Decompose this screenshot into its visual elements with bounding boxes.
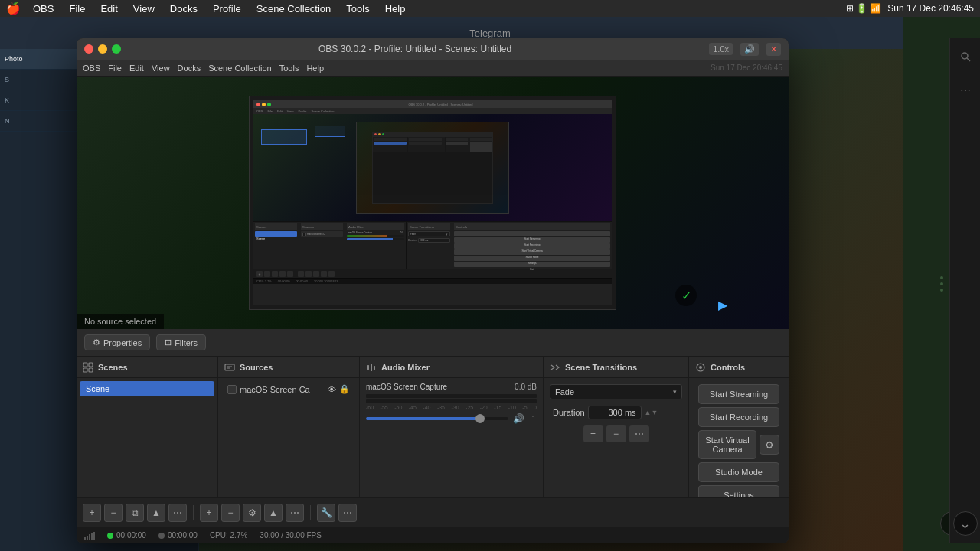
- scene-item-scene[interactable]: Scene: [80, 381, 214, 396]
- properties-button[interactable]: ⚙ Properties: [84, 334, 150, 350]
- audio-options-icon[interactable]: ⋮: [529, 415, 537, 423]
- menu-profile[interactable]: Profile: [210, 3, 244, 15]
- settings-button[interactable]: Settings: [698, 485, 779, 497]
- source-eye-icon[interactable]: 👁: [328, 385, 336, 394]
- dot: [940, 289, 943, 292]
- menu-docks[interactable]: Docks: [167, 3, 201, 15]
- transition-add-button[interactable]: +: [583, 425, 603, 442]
- audio-volume-icon[interactable]: 🔊: [511, 412, 526, 425]
- minimize-button[interactable]: [98, 44, 107, 54]
- scenes-remove-button[interactable]: −: [104, 504, 122, 522]
- source-item-macos[interactable]: macOS Screen Ca 👁 🔒: [221, 381, 356, 397]
- duration-stepper[interactable]: ▲▼: [645, 409, 658, 416]
- menu-file[interactable]: File: [66, 3, 88, 15]
- start-virtual-camera-button[interactable]: Start Virtual Camera: [698, 430, 756, 459]
- transition-more-button[interactable]: ⋯: [629, 425, 649, 442]
- signal-icon: [84, 532, 95, 540]
- obs-menu-help[interactable]: Help: [306, 64, 324, 73]
- obs-more-button[interactable]: ⋯: [955, 80, 976, 101]
- level-num: -50: [394, 405, 402, 410]
- source-lock-icon[interactable]: 🔒: [339, 384, 350, 394]
- scenes-more-button[interactable]: ⋯: [168, 504, 187, 522]
- obs-menu-tools[interactable]: Tools: [279, 64, 299, 73]
- volume-icon[interactable]: 🔊: [740, 43, 759, 56]
- level-num: -25: [466, 405, 473, 410]
- svg-rect-14: [89, 534, 90, 540]
- scene-transitions-panel: Scene Transitions Fade ▾ Duration 300 ms…: [544, 357, 689, 497]
- sources-more-button[interactable]: ⋯: [286, 504, 304, 522]
- audio-more-button[interactable]: ⋯: [338, 504, 357, 522]
- source-name: macOS Screen Ca: [240, 385, 310, 394]
- stream-indicator: [158, 533, 165, 539]
- sources-header-label: Sources: [240, 363, 273, 372]
- obs-menu-view[interactable]: View: [152, 64, 170, 73]
- dot: [940, 282, 943, 285]
- level-num: -30: [451, 405, 459, 410]
- menu-tools[interactable]: Tools: [343, 3, 372, 15]
- obs-menu-obs[interactable]: OBS: [83, 64, 100, 73]
- virtual-camera-settings-icon[interactable]: ⚙: [760, 435, 779, 455]
- scenes-filter-button[interactable]: ⧉: [126, 504, 144, 522]
- close-button[interactable]: [84, 44, 93, 54]
- start-streaming-button[interactable]: Start Streaming: [698, 384, 779, 404]
- telegram-title: Telegram: [469, 28, 510, 39]
- obs-scroll-down-button[interactable]: ⌄: [953, 511, 978, 536]
- menu-obs[interactable]: OBS: [30, 3, 57, 15]
- scenes-up-button[interactable]: ▲: [147, 504, 165, 522]
- maximize-button[interactable]: [112, 44, 121, 54]
- svg-rect-7: [368, 365, 369, 370]
- svg-rect-15: [91, 533, 93, 540]
- menu-edit[interactable]: Edit: [97, 3, 120, 15]
- obs-search-button[interactable]: [955, 46, 976, 67]
- obs-menu-file[interactable]: File: [108, 64, 122, 73]
- obs-statusbar: 00:00:00 00:00:00 CPU: 2.7% 30.00 / 30.0…: [77, 527, 789, 543]
- obs-menu-edit[interactable]: Edit: [129, 64, 144, 73]
- transition-remove-button[interactable]: −: [606, 425, 626, 442]
- duration-input[interactable]: 300 ms: [588, 406, 642, 419]
- level-num: -60: [366, 405, 374, 410]
- sources-up-button[interactable]: ▲: [264, 504, 283, 522]
- sources-list: macOS Screen Ca 👁 🔒: [218, 378, 359, 497]
- zoom-level[interactable]: 1.0x: [709, 43, 733, 55]
- controls-header-label: Controls: [710, 363, 745, 372]
- menu-scene-collection[interactable]: Scene Collection: [253, 3, 335, 15]
- svg-rect-0: [83, 363, 87, 367]
- menubar-right: ⊞ 🔋 📶 Sun 17 Dec 20:46:45: [846, 3, 974, 14]
- sources-add-button[interactable]: +: [200, 504, 218, 522]
- transition-select[interactable]: Fade ▾: [550, 384, 682, 399]
- chat-dots: [940, 276, 943, 292]
- audio-configure-button[interactable]: 🔧: [317, 504, 335, 522]
- menu-view[interactable]: View: [130, 3, 158, 15]
- obs-preview: OBS 30.0.2 - Profile: Untitled - Scenes:…: [77, 77, 789, 329]
- source-visibility-toggle[interactable]: [227, 385, 237, 394]
- obs-prop-filters-bar: ⚙ Properties ⊡ Filters: [77, 329, 789, 357]
- titlebar-right: 1.0x 🔊 ✕: [709, 43, 781, 56]
- audio-fader-row: 🔊 ⋮: [363, 410, 540, 427]
- mini-obs: OBS 30.0.2 - Profile: Untitled - Scenes:…: [253, 100, 612, 305]
- studio-mode-button[interactable]: Studio Mode: [698, 462, 779, 482]
- start-recording-button[interactable]: Start Recording: [698, 407, 779, 427]
- audio-fader-thumb[interactable]: [475, 414, 485, 423]
- controls-content: Start Streaming Start Recording Start Vi…: [689, 378, 789, 497]
- svg-rect-8: [371, 364, 372, 371]
- play-icon[interactable]: ▶: [718, 298, 727, 312]
- obs-title: OBS 30.0.2 - Profile: Untitled - Scenes:…: [126, 44, 704, 54]
- menu-help[interactable]: Help: [382, 3, 409, 15]
- svg-rect-16: [93, 532, 95, 540]
- obs-menu-docks[interactable]: Docks: [178, 64, 201, 73]
- audio-fader[interactable]: [366, 417, 508, 420]
- svg-point-17: [962, 53, 968, 59]
- sources-settings-button[interactable]: ⚙: [243, 504, 261, 522]
- mini-maximize: [267, 103, 271, 106]
- audio-mixer-content: macOS Screen Capture 0.0 dB: [360, 378, 543, 497]
- obs-menu-scene-collection[interactable]: Scene Collection: [208, 64, 272, 73]
- level-num: -10: [508, 405, 516, 410]
- scenes-add-button[interactable]: +: [83, 504, 101, 522]
- close-icon[interactable]: ✕: [766, 43, 781, 56]
- obs-side-controls: ⋯ ⌄: [949, 38, 980, 543]
- sources-remove-button[interactable]: −: [221, 504, 240, 522]
- status-time1: 00:00:00: [116, 531, 146, 540]
- filters-button[interactable]: ⊡ Filters: [156, 334, 206, 350]
- level-num: -55: [381, 405, 388, 410]
- apple-menu[interactable]: 🍎: [6, 2, 21, 15]
